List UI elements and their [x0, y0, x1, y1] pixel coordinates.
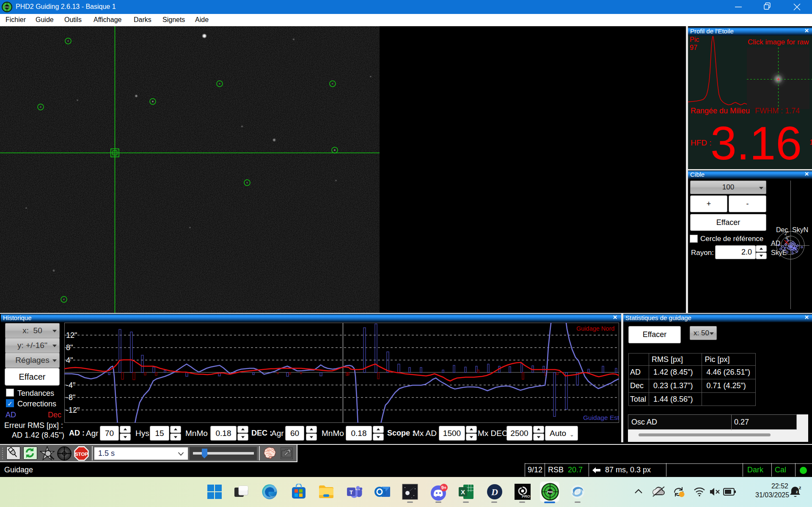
svg-text:3.16: 3.16 — [710, 117, 802, 169]
svg-text:T: T — [350, 489, 353, 496]
svg-text:z: z — [799, 485, 801, 490]
svg-text:4": 4" — [66, 356, 73, 364]
svg-text:SkyE: SkyE — [771, 249, 787, 256]
svg-text:HFD :: HFD : — [691, 138, 712, 147]
svg-text:PRO: PRO — [522, 494, 530, 499]
svg-text:-8": -8" — [66, 393, 75, 402]
svg-text:X: X — [461, 488, 465, 496]
svg-text:Click image for raw: Click image for raw — [748, 38, 809, 46]
svg-text:97: 97 — [690, 44, 697, 51]
svg-text:z: z — [796, 490, 798, 494]
svg-text:SkyN: SkyN — [792, 226, 808, 233]
svg-text:12": 12" — [66, 331, 77, 340]
svg-text:Pic: Pic — [690, 36, 699, 43]
svg-text:Rangée du Milieu: Rangée du Milieu — [691, 107, 750, 115]
svg-text:8": 8" — [66, 343, 73, 352]
svg-text:-4": -4" — [66, 381, 75, 389]
svg-text:FWHM : 1.74: FWHM : 1.74 — [755, 107, 800, 115]
svg-text:D: D — [491, 487, 498, 497]
svg-text:-12": -12" — [66, 406, 80, 414]
svg-text:STOP: STOP — [75, 452, 88, 457]
svg-text:Guidage Nord: Guidage Nord — [576, 325, 614, 332]
svg-text:18: 18 — [809, 138, 812, 146]
svg-text:PHD: PHD — [5, 6, 9, 8]
svg-text:Guidage Est: Guidage Est — [583, 414, 619, 421]
svg-text:PHD: PHD — [547, 491, 553, 493]
svg-text:9+: 9+ — [441, 485, 447, 490]
